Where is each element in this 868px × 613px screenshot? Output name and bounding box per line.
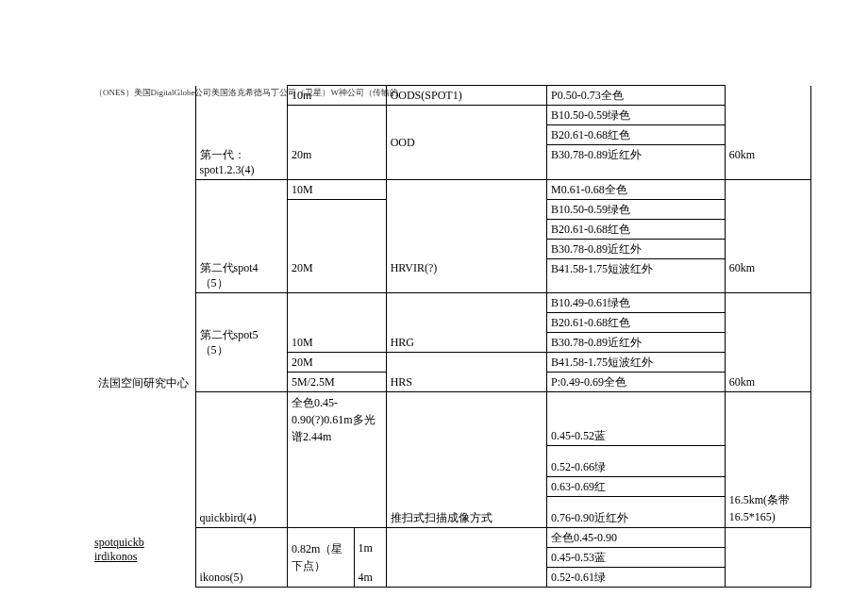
r1c3: 10m [287, 86, 386, 106]
r14c5: P:0.49-0.69全色 [547, 373, 726, 392]
r14c3: 5M/2.5M [287, 373, 386, 392]
org-label: 法国空间研究中心 [98, 376, 189, 389]
ik-r1c5: 全色0.45-0.90 [547, 528, 726, 548]
r12c5: B30.78-0.89近红外 [547, 333, 726, 353]
r6c3-empty [287, 199, 386, 258]
r1c6-empty [725, 86, 810, 145]
r2c4: OOD [386, 106, 546, 180]
r6c5: B10.50-0.59绿色 [547, 199, 726, 219]
r1c5: P0.50-0.73全色 [547, 86, 726, 106]
org-cell: 法国空间研究中心 [94, 86, 195, 392]
ik-c4-empty [386, 528, 546, 588]
qb-c3: 全色0.45-0.90(?)0.61m多光谱2.44m [287, 392, 386, 528]
qb-r2c5: 0.52-0.66绿 [547, 446, 726, 477]
r3c5: B20.61-0.68红色 [547, 125, 726, 145]
r2c5: B10.50-0.59绿色 [547, 106, 726, 125]
qb-r3c5: 0.63-0.69红 [547, 477, 726, 497]
r14c4: HRS [386, 373, 546, 392]
r7c5: B20.61-0.68红色 [547, 219, 726, 239]
r5c6-empty [725, 179, 810, 258]
bottom-label: spotquickbirdikonos [94, 536, 146, 564]
r12c3: 10M [287, 333, 386, 353]
gen2a-top [195, 179, 287, 258]
r5c3: 10M [287, 179, 386, 199]
r5c4-empty [386, 179, 546, 258]
r13c5: B41.58-1.75短波红外 [547, 353, 726, 373]
qb-cell: quickbird(4) [195, 392, 287, 528]
r13c3: 20M [287, 353, 386, 373]
ik-c3b-top: 1m [354, 528, 386, 568]
r8c5: B30.78-0.89近红外 [547, 239, 726, 258]
ik-r3c5: 0.52-0.61绿 [547, 568, 726, 588]
r10c3-empty [287, 293, 386, 333]
r12c4: HRG [386, 333, 546, 353]
r14c6: 60km [725, 373, 810, 392]
gen2a-cell: 第二代spot4（5） [195, 258, 287, 293]
gen1-cell-top [195, 86, 287, 145]
ik-c3a: 0.82m（星下点） [287, 528, 354, 588]
r1c4: OODS(SPOT1) [386, 86, 546, 106]
gen2b-cell: 第二代spot5（5） [195, 293, 287, 392]
r9c4: HRVIR(?) [386, 258, 546, 293]
r4c6: 60km [725, 145, 810, 180]
ik-cell: ikonos(5) [195, 528, 287, 588]
r13c4-empty [386, 353, 546, 373]
r11c5: B20.61-0.68红色 [547, 313, 726, 333]
r4c3: 20m [287, 145, 386, 180]
gen1-cell: 第一代：spot1.2.3(4) [195, 145, 287, 180]
r9c6: 60km [725, 258, 810, 293]
ik-c3b-bot: 4m [354, 568, 386, 588]
ik-r2c5: 0.45-0.53蓝 [547, 548, 726, 568]
r5c5: M0.61-0.68全色 [547, 179, 726, 199]
qb-r1c5: 0.45-0.52蓝 [547, 392, 726, 446]
r9c5: B41.58-1.75短波红外 [547, 258, 726, 293]
qb-c6: 16.5km(条带16.5*165) [725, 392, 810, 528]
r4c5: B30.78-0.89近红外 [547, 145, 726, 180]
r10c4-empty [386, 293, 546, 333]
ik-c6-empty [725, 528, 810, 588]
r10c5: B10.49-0.61绿色 [547, 293, 726, 313]
r9c3: 20M [287, 258, 386, 293]
r2c3-empty [287, 106, 386, 145]
qb-c4: 推扫式扫描成像方式 [386, 392, 546, 528]
r10c6-empty [725, 293, 810, 373]
satellite-table: 法国空间研究中心 10m OODS(SPOT1) P0.50-0.73全色 OO… [94, 85, 811, 588]
qb-r4c5: 0.76-0.90近红外 [547, 497, 726, 528]
